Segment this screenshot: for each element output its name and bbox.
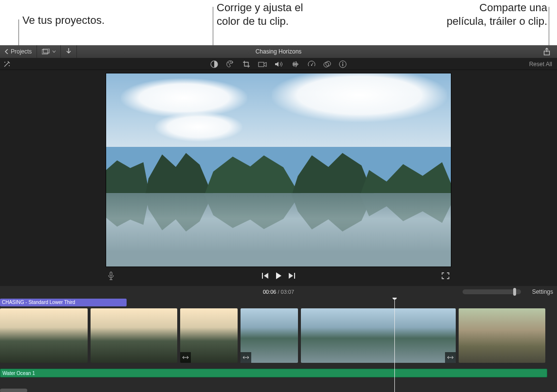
video-clip[interactable] bbox=[241, 308, 298, 363]
video-clip[interactable] bbox=[0, 308, 88, 363]
adjustment-toolbar: Reset All bbox=[0, 58, 557, 70]
video-preview[interactable] bbox=[106, 73, 451, 267]
filter-circles-icon bbox=[323, 60, 331, 68]
video-clip[interactable] bbox=[301, 308, 456, 363]
voiceover-record-button[interactable] bbox=[108, 271, 114, 280]
play-icon bbox=[275, 272, 282, 280]
svg-rect-0 bbox=[42, 50, 48, 54]
video-clip[interactable] bbox=[180, 308, 238, 363]
svg-rect-1 bbox=[43, 49, 49, 53]
svg-point-6 bbox=[228, 62, 229, 63]
callout-projects: Ve tus proyectos. bbox=[22, 14, 105, 27]
svg-rect-17 bbox=[262, 273, 263, 279]
timeline-zoom-slider[interactable] bbox=[463, 289, 521, 294]
color-correction-button[interactable] bbox=[226, 60, 235, 68]
stabilization-button[interactable] bbox=[258, 61, 267, 68]
volume-icon bbox=[275, 61, 283, 68]
fullscreen-button[interactable] bbox=[442, 272, 449, 279]
video-clip[interactable] bbox=[459, 308, 545, 363]
timeline[interactable]: CHASING - Standard Lower Third Water Oce… bbox=[0, 298, 557, 392]
play-button[interactable] bbox=[275, 272, 282, 280]
share-icon bbox=[543, 48, 550, 55]
next-icon bbox=[288, 272, 296, 279]
projects-back-button[interactable]: Projects bbox=[0, 45, 37, 58]
color-balance-button[interactable] bbox=[210, 60, 218, 68]
title-overlay-clip[interactable]: CHASING - Standard Lower Third bbox=[0, 299, 127, 306]
go-to-previous-button[interactable] bbox=[261, 272, 269, 279]
audio-track-clip[interactable]: Water Ocean 1 bbox=[0, 369, 547, 377]
speedometer-icon bbox=[308, 60, 316, 68]
noise-reduction-button[interactable] bbox=[291, 61, 300, 68]
transition-icon[interactable] bbox=[241, 352, 251, 363]
viewer-pane bbox=[0, 70, 557, 286]
media-library-icon bbox=[42, 49, 51, 54]
microphone-icon bbox=[108, 271, 114, 280]
info-button[interactable] bbox=[339, 60, 347, 68]
palette-icon bbox=[226, 60, 235, 68]
chevron-down-icon bbox=[53, 50, 56, 53]
project-title: Chasing Horizons bbox=[256, 48, 302, 55]
callout-share-line bbox=[549, 7, 549, 48]
color-balance-icon bbox=[210, 60, 218, 68]
svg-point-4 bbox=[9, 65, 10, 66]
crop-icon bbox=[242, 60, 250, 68]
zoom-slider-knob[interactable] bbox=[513, 288, 516, 296]
video-track bbox=[0, 308, 557, 363]
crop-button[interactable] bbox=[242, 60, 250, 68]
playhead-head[interactable] bbox=[392, 298, 397, 300]
titlebar: Projects Chasing Horizons bbox=[0, 45, 557, 58]
callout-share: Comparte una película, tráiler o clip. bbox=[446, 1, 547, 28]
transition-icon[interactable] bbox=[445, 352, 456, 363]
go-to-next-button[interactable] bbox=[288, 272, 296, 279]
info-icon bbox=[339, 60, 347, 68]
imovie-window: Projects Chasing Horizons bbox=[0, 45, 557, 392]
svg-rect-15 bbox=[342, 64, 343, 66]
svg-point-12 bbox=[326, 61, 331, 66]
total-duration: 03:07 bbox=[281, 289, 295, 295]
svg-point-10 bbox=[311, 64, 312, 65]
speed-button[interactable] bbox=[308, 60, 316, 68]
import-button[interactable] bbox=[61, 45, 77, 58]
clip-filter-button[interactable] bbox=[323, 60, 331, 68]
equalizer-icon bbox=[291, 61, 300, 68]
projects-back-label: Projects bbox=[11, 48, 32, 55]
camera-icon bbox=[258, 61, 267, 68]
svg-point-11 bbox=[324, 62, 329, 67]
timeline-settings-button[interactable]: Settings bbox=[532, 288, 553, 295]
svg-rect-16 bbox=[110, 272, 112, 276]
svg-rect-18 bbox=[294, 273, 295, 279]
timeline-header: 00:06 / 03:07 Settings bbox=[0, 286, 557, 298]
playhead[interactable] bbox=[394, 298, 395, 392]
media-library-button[interactable] bbox=[37, 45, 61, 58]
svg-point-8 bbox=[232, 62, 233, 63]
callout-color: Corrige y ajusta el color de tu clip. bbox=[217, 1, 303, 28]
svg-point-7 bbox=[230, 61, 231, 62]
transport-controls bbox=[106, 267, 451, 285]
volume-button[interactable] bbox=[275, 61, 283, 68]
svg-point-14 bbox=[342, 62, 343, 63]
video-clip[interactable] bbox=[91, 308, 177, 363]
share-button[interactable] bbox=[540, 45, 553, 58]
previous-icon bbox=[261, 272, 269, 279]
horizontal-scrollbar-thumb[interactable] bbox=[0, 389, 27, 392]
current-time: 00:06 bbox=[263, 289, 277, 295]
svg-point-3 bbox=[4, 62, 5, 63]
chevron-left-icon bbox=[5, 49, 9, 54]
fullscreen-icon bbox=[442, 272, 449, 279]
transition-icon[interactable] bbox=[180, 352, 191, 363]
timecode-display: 00:06 / 03:07 bbox=[263, 289, 294, 295]
svg-rect-9 bbox=[259, 62, 264, 67]
import-arrow-icon bbox=[66, 48, 72, 55]
magic-wand-button[interactable] bbox=[3, 60, 11, 68]
reset-all-button[interactable]: Reset All bbox=[529, 61, 552, 68]
